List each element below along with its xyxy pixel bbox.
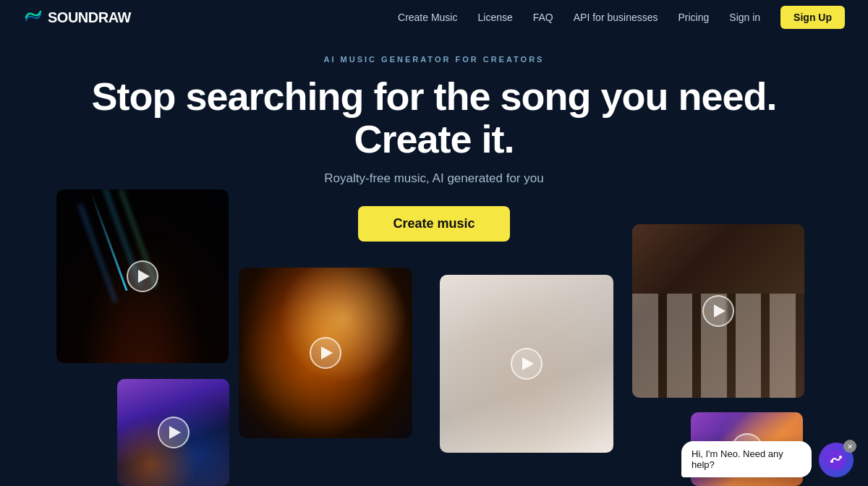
card-disco	[239, 268, 412, 438]
hero-section: AI MUSIC GENERATOR FOR CREATORS Stop sea…	[0, 35, 868, 265]
logo-icon	[23, 7, 43, 27]
chatbot-bubble: Hi, I'm Neo. Need any help?	[681, 441, 812, 477]
nav-create-music[interactable]: Create Music	[398, 12, 457, 23]
card-dance	[440, 275, 613, 453]
play-button-dance[interactable]	[511, 348, 542, 380]
logo-text: SOUNDRAW	[48, 9, 131, 26]
svg-point-2	[830, 460, 833, 463]
create-music-button[interactable]: Create music	[358, 206, 509, 242]
svg-point-1	[839, 456, 842, 459]
chatbot-container: ✕	[819, 443, 854, 477]
play-button-concert[interactable]	[127, 260, 158, 292]
nav-links: Create Music License FAQ API for busines…	[398, 6, 845, 29]
play-button-disco[interactable]	[310, 337, 341, 369]
play-button-city[interactable]	[158, 417, 190, 448]
nav-faq[interactable]: FAQ	[533, 12, 553, 23]
card-city	[117, 379, 229, 486]
nav-pricing[interactable]: Pricing	[678, 12, 710, 23]
signup-button[interactable]: Sign Up	[780, 6, 845, 29]
signin-button[interactable]: Sign in	[729, 12, 760, 23]
hero-tag: AI MUSIC GENERATOR FOR CREATORS	[0, 55, 868, 64]
play-button-piano[interactable]	[702, 295, 734, 327]
nav-license[interactable]: License	[477, 12, 512, 23]
navigation: SOUNDRAW Create Music License FAQ API fo…	[0, 0, 868, 35]
nav-api[interactable]: API for businesses	[574, 12, 658, 23]
chatbot-close-button[interactable]: ✕	[843, 440, 856, 453]
chatbot-popup: Hi, I'm Neo. Need any help? ✕	[681, 441, 854, 477]
hero-title: Stop searching for the song you need. Cr…	[0, 75, 868, 161]
hero-subtitle: Royalty-free music, AI generated for you	[0, 171, 868, 186]
logo[interactable]: SOUNDRAW	[23, 7, 131, 27]
